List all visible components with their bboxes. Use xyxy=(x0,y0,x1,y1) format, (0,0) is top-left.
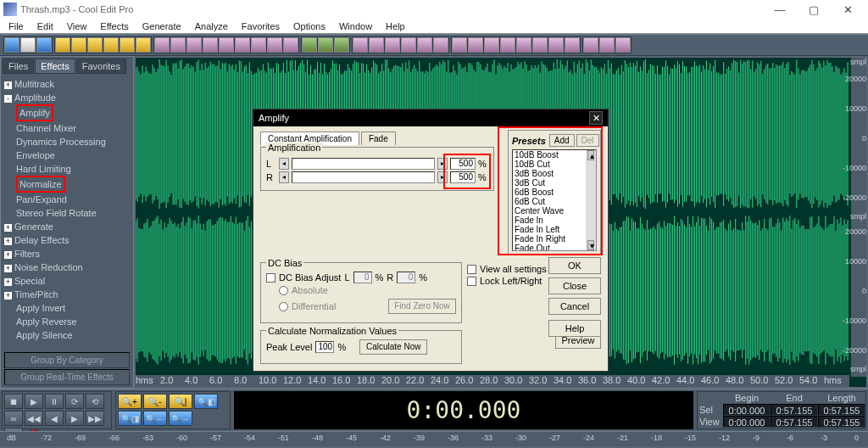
menu-edit[interactable]: Edit xyxy=(31,21,60,31)
sel-end[interactable]: 0:57.155 xyxy=(771,404,818,416)
group-by-category-button[interactable]: Group By Category xyxy=(4,352,130,368)
toolbar-button[interactable] xyxy=(186,37,202,53)
toolbar-button[interactable] xyxy=(468,37,483,53)
zoom-button[interactable]: 🔍+ xyxy=(118,394,142,409)
view-db-checkbox[interactable] xyxy=(467,265,476,274)
tree-item[interactable]: Apply Invert xyxy=(16,301,130,315)
menu-file[interactable]: File xyxy=(2,21,31,31)
transport-button[interactable]: ∞ xyxy=(4,411,23,426)
preset-item[interactable]: Fade In Left xyxy=(513,225,596,234)
slider-left-dec[interactable]: ◂ xyxy=(279,158,289,170)
toolbar-button[interactable] xyxy=(516,37,531,53)
group-realtime-button[interactable]: Group Real-Time Effects xyxy=(4,369,130,385)
toolbar-button[interactable] xyxy=(401,37,416,53)
scroll-up-icon[interactable]: ▴ xyxy=(587,150,594,160)
dc-adjust-checkbox[interactable] xyxy=(266,273,275,283)
effects-tree[interactable]: +Multitrack-AmplitudeAmplifyChannel Mixe… xyxy=(3,74,131,351)
dc-right-input[interactable]: 0 xyxy=(397,272,415,283)
tree-item[interactable]: Normalize xyxy=(16,176,130,193)
presets-list[interactable]: 10dB Boost10dB Cut3dB Boost3dB Cut6dB Bo… xyxy=(512,149,597,251)
side-tab-favorites[interactable]: Favorites xyxy=(76,59,126,74)
minimize-button[interactable]: — xyxy=(763,3,797,16)
side-tab-files[interactable]: Files xyxy=(3,59,34,74)
sel-begin[interactable]: 0:00.000 xyxy=(723,404,771,416)
maximize-button[interactable]: ▢ xyxy=(797,3,831,16)
dc-absolute-radio[interactable] xyxy=(279,286,288,295)
tree-item[interactable]: Apply Reverse xyxy=(16,315,130,328)
toolbar-button[interactable] xyxy=(136,37,151,53)
transport-button[interactable]: ⟲ xyxy=(86,394,104,409)
close-button[interactable]: ✕ xyxy=(831,3,865,16)
tree-item[interactable]: Pan/Expand xyxy=(16,193,130,206)
toolbar-button[interactable] xyxy=(548,37,564,53)
toolbar-button[interactable] xyxy=(20,37,36,53)
toolbar-button[interactable] xyxy=(452,37,467,53)
menu-effects[interactable]: Effects xyxy=(93,21,135,31)
close-dialog-button[interactable]: Close xyxy=(548,277,601,294)
toolbar-button[interactable] xyxy=(267,37,282,53)
menu-view[interactable]: View xyxy=(60,21,94,31)
right-value-input[interactable]: 500 xyxy=(450,171,476,183)
toolbar-button[interactable] xyxy=(36,37,52,53)
toolbar-button[interactable] xyxy=(369,37,384,53)
dialog-close-button[interactable]: ✕ xyxy=(589,111,603,125)
tree-item[interactable]: Hard Limiting xyxy=(16,162,130,176)
toolbar-button[interactable] xyxy=(251,37,266,53)
dc-diff-radio[interactable] xyxy=(279,302,288,311)
transport-button[interactable]: ◀ xyxy=(45,411,64,426)
toolbar-button[interactable] xyxy=(170,37,186,53)
preset-item[interactable]: Fade In Right xyxy=(513,234,596,244)
toolbar-button[interactable] xyxy=(283,37,298,53)
toolbar-button[interactable] xyxy=(599,37,615,53)
toolbar-button[interactable] xyxy=(433,37,448,53)
zoom-button[interactable]: 🔍◨ xyxy=(118,411,142,426)
preset-item[interactable]: 10dB Cut xyxy=(513,160,596,169)
toolbar-button[interactable] xyxy=(318,37,333,53)
toolbar-button[interactable] xyxy=(71,37,86,53)
preset-add-button[interactable]: Add xyxy=(549,134,575,147)
tree-item[interactable]: +Filters xyxy=(4,247,130,260)
peak-level-input[interactable]: 100 xyxy=(315,341,334,353)
zoom-button[interactable]: 🔍→ xyxy=(169,411,192,426)
view-begin[interactable]: 0:00.000 xyxy=(723,416,771,428)
scroll-down-icon[interactable]: ▾ xyxy=(587,240,594,250)
transport-button[interactable]: ⟳ xyxy=(65,394,84,409)
presets-scrollbar[interactable]: ▴ ▾ xyxy=(586,150,596,250)
side-tab-effects[interactable]: Effects xyxy=(35,59,75,74)
tree-item[interactable]: +Special xyxy=(4,274,130,288)
view-end[interactable]: 0:57.155 xyxy=(771,416,818,428)
toolbar-button[interactable] xyxy=(532,37,548,53)
transport-button[interactable]: ◀◀ xyxy=(25,411,43,426)
preset-item[interactable]: 6dB Boost xyxy=(513,188,596,197)
tree-item[interactable]: +Noise Reduction xyxy=(4,260,130,274)
menu-analyze[interactable]: Analyze xyxy=(188,21,235,31)
tree-item[interactable]: +Generate xyxy=(4,220,130,233)
menu-window[interactable]: Window xyxy=(332,21,379,31)
left-value-input[interactable]: 500 xyxy=(450,158,476,170)
preset-item[interactable]: Center Wave xyxy=(513,206,596,216)
menu-options[interactable]: Options xyxy=(287,21,332,31)
toolbar-button[interactable] xyxy=(583,37,598,53)
toolbar-button[interactable] xyxy=(334,37,349,53)
tree-item[interactable]: Dynamics Processing xyxy=(16,135,130,148)
slider-left-inc[interactable]: ▸ xyxy=(437,158,448,170)
calculate-button[interactable]: Calculate Now xyxy=(359,339,427,355)
transport-button[interactable]: ▶ xyxy=(65,411,84,426)
zoom-button[interactable]: 🔍← xyxy=(143,411,167,426)
find-zero-button[interactable]: Find Zero Now xyxy=(388,299,456,314)
ok-button[interactable]: OK xyxy=(548,257,601,274)
transport-button[interactable]: ▶▶ xyxy=(86,411,104,426)
sel-length[interactable]: 0:57.155 xyxy=(818,404,865,416)
preset-item[interactable]: Fade Out xyxy=(513,244,596,251)
toolbar-button[interactable] xyxy=(615,37,631,53)
view-length[interactable]: 0:57.155 xyxy=(818,416,865,428)
toolbar-button[interactable] xyxy=(484,37,499,53)
transport-button[interactable]: ▶ xyxy=(25,394,43,409)
slider-right-inc[interactable]: ▸ xyxy=(437,171,448,183)
toolbar-button[interactable] xyxy=(417,37,432,53)
tree-item[interactable]: +Delay Effects xyxy=(4,233,130,247)
menu-help[interactable]: Help xyxy=(379,21,412,31)
toolbar-button[interactable] xyxy=(120,37,135,53)
help-button[interactable]: Help xyxy=(548,320,601,337)
slider-right-dec[interactable]: ◂ xyxy=(279,171,289,183)
